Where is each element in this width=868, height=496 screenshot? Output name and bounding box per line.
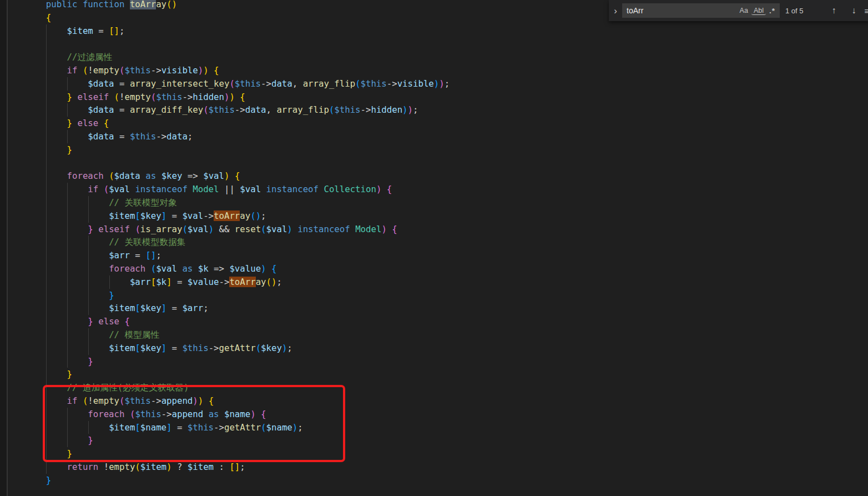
indent-guide — [67, 315, 68, 328]
code-token: ) — [203, 65, 208, 76]
code-token: : — [214, 462, 229, 472]
code-line[interactable]: if (!empty($this->append)) { — [8, 394, 868, 408]
code-line[interactable]: } elseif (!empty($this->hidden)) { — [8, 91, 868, 104]
code-token: array_flip — [276, 104, 329, 115]
code-token: return — [67, 462, 99, 472]
code-line[interactable]: $data = array_intersect_key($this->data,… — [8, 77, 868, 91]
code-token: Collection — [324, 184, 376, 194]
code-token: [ — [151, 277, 156, 287]
code-line[interactable]: } else { — [8, 315, 868, 328]
code-line[interactable]: } — [8, 368, 868, 381]
code-token — [25, 12, 46, 23]
code-token: () — [166, 0, 177, 9]
code-line[interactable]: if ($val instanceof Model || $val instan… — [8, 183, 868, 196]
code-line[interactable]: $item[$key] = $val->toArray(); — [8, 209, 868, 223]
code-token: else — [98, 316, 119, 327]
code-line[interactable]: if (!empty($this->visible)) { — [8, 64, 868, 77]
whole-word-icon[interactable]: Abl — [751, 6, 766, 15]
indent-guide — [67, 196, 68, 209]
indent-guide — [46, 51, 47, 64]
code-line[interactable]: $data = array_diff_key($this->data, arra… — [8, 103, 868, 117]
code-token: $data — [114, 171, 140, 181]
code-line[interactable] — [8, 157, 868, 170]
indent-guide — [46, 408, 47, 421]
code-token: ; — [119, 26, 124, 36]
code-token: $val — [266, 224, 287, 234]
code-line[interactable]: // 关联模型数据集 — [8, 236, 868, 249]
code-line[interactable]: $item[$key] = $arr; — [8, 302, 868, 315]
code-line[interactable]: // 模型属性 — [8, 328, 868, 342]
code-token: ( — [114, 92, 119, 102]
code-token: toArr — [229, 277, 255, 287]
chevron-right-icon: › — [614, 6, 617, 16]
code-token: = — [114, 78, 130, 89]
next-match-button[interactable]: ↓ — [848, 6, 860, 16]
code-token: = — [166, 303, 182, 313]
code-line[interactable]: } — [8, 447, 868, 460]
code-line[interactable]: $data = $this->data; — [8, 130, 868, 143]
code-token: append — [162, 395, 193, 406]
code-line[interactable]: $item = []; — [8, 24, 868, 38]
code-line[interactable]: // 追加属性(必须定义获取器) — [8, 381, 868, 394]
code-token: // 追加属性(必须定义获取器) — [67, 382, 189, 393]
previous-match-button[interactable]: ↑ — [828, 6, 840, 16]
code-token: = — [172, 422, 188, 433]
code-line[interactable]: } — [8, 143, 868, 157]
code-token: ! — [119, 92, 124, 102]
code-line[interactable]: } — [8, 355, 868, 368]
indent-guide — [46, 262, 47, 275]
code-line[interactable]: foreach ($data as $key => $val) { — [8, 169, 868, 183]
code-token: [ — [135, 211, 140, 221]
regex-icon[interactable]: .* — [767, 6, 778, 16]
code-token: $val — [182, 211, 203, 221]
code-token: foreach — [109, 263, 145, 274]
code-token: ( — [135, 462, 140, 472]
code-token — [145, 263, 150, 274]
code-line[interactable]: } — [8, 434, 868, 447]
code-line[interactable]: return !empty($item) ? $item : []; — [8, 460, 868, 474]
code-token: ( — [151, 263, 156, 274]
code-line[interactable]: $arr = []; — [8, 249, 868, 262]
code-token: ! — [98, 462, 109, 472]
code-line[interactable]: } else { — [8, 117, 868, 130]
indent-guide — [67, 328, 68, 342]
code-line[interactable] — [8, 37, 868, 51]
indent-guide — [88, 196, 89, 209]
code-token — [235, 92, 240, 102]
indent-guide — [88, 421, 89, 434]
code-token: ( — [119, 65, 124, 76]
code-token: = — [166, 343, 182, 353]
code-token: ) — [282, 343, 287, 353]
find-input[interactable] — [622, 6, 736, 15]
indent-guide — [46, 315, 47, 328]
code-token: ! — [88, 395, 93, 406]
code-token: array_diff_key — [130, 104, 203, 115]
code-token: = — [114, 104, 130, 115]
match-case-icon[interactable]: Aa — [738, 6, 750, 15]
code-token: ] — [162, 343, 166, 353]
indent-guide — [67, 275, 68, 289]
code-line[interactable]: } elseif (is_array($val) && reset($val) … — [8, 223, 868, 236]
code-token: ( — [83, 395, 88, 406]
code-line[interactable]: //过滤属性 — [8, 51, 868, 64]
toggle-replace-button[interactable]: › — [609, 0, 622, 21]
code-line[interactable]: $item[$key] = $this->getAttr($key); — [8, 342, 868, 355]
code-token: [ — [135, 422, 140, 433]
code-line[interactable]: $arr[$k] = $value->toArray(); — [8, 275, 868, 289]
code-line[interactable]: } — [8, 474, 868, 487]
code-line[interactable]: $item[$name] = $this->getAttr($name); — [8, 421, 868, 434]
code-line[interactable]: foreach ($this->append as $name) { — [8, 408, 868, 421]
code-token: () — [250, 211, 261, 221]
code-line[interactable]: } — [8, 289, 868, 302]
code-token: //过滤属性 — [67, 52, 113, 62]
code-line[interactable]: // 关联模型对象 — [8, 196, 868, 209]
code-token: = — [166, 211, 182, 221]
code-token: -> — [219, 277, 230, 287]
indent-guide — [88, 275, 89, 289]
code-line[interactable]: foreach ($val as $k => $value) { — [8, 262, 868, 275]
code-token — [261, 184, 266, 194]
code-token: ! — [88, 65, 93, 76]
code-area[interactable]: public function toArray() { $item = []; … — [8, 0, 868, 487]
code-token: $item — [109, 422, 135, 433]
find-in-selection-icon[interactable]: ≡ — [865, 6, 868, 16]
